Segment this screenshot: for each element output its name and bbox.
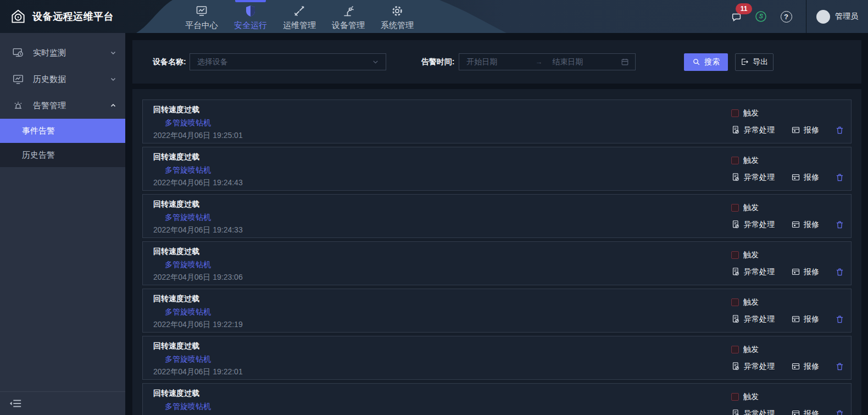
start-date-input[interactable]: 开始日期 — [459, 57, 535, 67]
trigger-label: 触发 — [743, 108, 759, 118]
app-root: 设备远程运维平台 平台中心 — [0, 0, 868, 415]
delete-button[interactable] — [835, 409, 844, 415]
sidebar-item-event-alarm[interactable]: 事件告警 — [0, 119, 125, 143]
trigger-label: 触发 — [743, 250, 759, 260]
alarm-time: 2022年04月06日 19:24:33 — [153, 225, 243, 235]
export-button[interactable]: 导出 — [735, 53, 774, 71]
delete-button[interactable] — [835, 314, 844, 324]
handle-exception-button[interactable]: 异常处理 — [731, 220, 775, 230]
trash-icon — [835, 173, 844, 182]
device-name-label: 设备名称: — [153, 57, 186, 67]
header-right: 11 ? 管理员 — [729, 0, 868, 33]
nav-item-system[interactable]: 系统管理 — [380, 0, 414, 33]
alarm-device-link[interactable]: 多管旋喷钻机 — [165, 355, 243, 364]
nav-item-platform[interactable]: 平台中心 — [185, 0, 219, 33]
handle-exception-button[interactable]: 异常处理 — [731, 267, 775, 277]
trigger-checkbox[interactable] — [731, 204, 739, 212]
trigger-checkbox[interactable] — [731, 109, 739, 117]
avatar — [816, 10, 830, 24]
menu-fold-icon — [9, 398, 22, 409]
alarm-row: 回转速度过载 多管旋喷钻机 2022年04月06日 19:25:01 触发 异常… — [142, 99, 852, 143]
alarm-submenu: 事件告警 历史告警 — [0, 119, 125, 167]
nav-item-ops[interactable]: 运维管理 — [282, 0, 316, 33]
repair-label: 报修 — [804, 173, 819, 182]
sidebar-item-history-data[interactable]: 历史数据 — [0, 66, 125, 92]
repair-button[interactable]: 报修 — [791, 409, 819, 415]
gear-icon — [391, 4, 404, 18]
repair-button[interactable]: 报修 — [791, 314, 819, 324]
alarm-device-link[interactable]: 多管旋喷钻机 — [165, 118, 243, 128]
repair-card-icon — [791, 267, 800, 276]
notifications-button[interactable]: 11 — [729, 9, 744, 24]
alarm-title: 回转速度过载 — [153, 152, 243, 162]
handle-exception-button[interactable]: 异常处理 — [731, 362, 775, 372]
search-button[interactable]: 搜索 — [684, 53, 728, 71]
alarm-title: 回转速度过载 — [153, 105, 243, 114]
repair-label: 报修 — [804, 220, 819, 230]
repair-button[interactable]: 报修 — [791, 220, 819, 230]
repair-button[interactable]: 报修 — [791, 267, 819, 277]
user-menu[interactable]: 管理员 — [816, 10, 858, 24]
trash-icon — [835, 267, 844, 277]
alarm-row: 回转速度过载 多管旋喷钻机 2022年04月06日 19:22:19 触发 异常… — [142, 289, 852, 333]
delete-button[interactable] — [835, 125, 844, 135]
alarm-device-link[interactable]: 多管旋喷钻机 — [165, 213, 243, 222]
trigger-label: 触发 — [743, 345, 759, 355]
alarm-device-link[interactable]: 多管旋喷钻机 — [165, 165, 243, 175]
nav-item-safety[interactable]: 安全运行 — [233, 0, 268, 33]
platform-icon — [195, 4, 208, 18]
alarm-siren-icon — [12, 99, 24, 112]
handle-exception-button[interactable]: 异常处理 — [731, 173, 775, 182]
sidebar-item-history-alarm[interactable]: 历史告警 — [0, 143, 125, 167]
collapse-sidebar-button[interactable] — [9, 398, 22, 409]
trigger-checkbox[interactable] — [731, 251, 739, 259]
status-button[interactable] — [753, 9, 769, 24]
repair-button[interactable]: 报修 — [791, 125, 819, 135]
device-select[interactable]: 选择设备 — [190, 53, 386, 70]
sidebar: 实时监测 历史数据 — [0, 33, 125, 415]
repair-button[interactable]: 报修 — [791, 173, 819, 182]
main-content: 设备名称: 选择设备 告警时间: 开始日期 → 结束日期 — [125, 33, 868, 415]
trigger-label: 触发 — [743, 392, 759, 402]
chevron-up-icon — [110, 102, 116, 109]
chevron-down-icon — [110, 49, 116, 56]
alarm-row: 回转速度过载 多管旋喷钻机 2022年04月06日 19:24:33 触发 异常… — [142, 194, 852, 238]
delete-button[interactable] — [835, 220, 844, 230]
repair-label: 报修 — [804, 125, 819, 135]
document-check-icon — [731, 314, 741, 324]
delete-button[interactable] — [835, 267, 844, 277]
trigger-checkbox[interactable] — [731, 393, 739, 401]
sidebar-item-realtime[interactable]: 实时监测 — [0, 40, 125, 66]
search-icon — [692, 58, 700, 66]
alarm-device-link[interactable]: 多管旋喷钻机 — [165, 402, 211, 411]
help-button[interactable]: ? — [778, 9, 794, 24]
trigger-checkbox[interactable] — [731, 157, 739, 164]
trash-icon — [835, 220, 844, 230]
trigger-label: 触发 — [743, 203, 759, 213]
alarm-time: 2022年04月06日 19:22:19 — [153, 320, 243, 329]
calendar-icon — [621, 58, 635, 66]
trigger-checkbox[interactable] — [731, 298, 739, 306]
handle-exception-button[interactable]: 异常处理 — [731, 314, 775, 324]
alarm-device-link[interactable]: 多管旋喷钻机 — [165, 307, 243, 317]
alarm-device-link[interactable]: 多管旋喷钻机 — [165, 260, 243, 269]
end-date-input[interactable]: 结束日期 — [542, 57, 621, 67]
logo-icon — [10, 8, 26, 25]
trigger-checkbox[interactable] — [731, 346, 739, 353]
nav-item-devices[interactable]: 设备管理 — [331, 0, 365, 33]
repair-card-icon — [791, 220, 800, 229]
delete-button[interactable] — [835, 362, 844, 372]
repair-label: 报修 — [804, 267, 819, 277]
delete-button[interactable] — [835, 173, 844, 182]
handle-exception-button[interactable]: 异常处理 — [731, 409, 775, 415]
sidebar-item-alarm-mgmt[interactable]: 告警管理 — [0, 92, 125, 119]
trash-icon — [835, 362, 844, 372]
chevron-down-icon — [372, 58, 379, 65]
alarm-time: 2022年04月06日 19:22:01 — [153, 367, 243, 377]
alarm-time: 2022年04月06日 19:25:01 — [153, 131, 243, 140]
handle-exception-button[interactable]: 异常处理 — [731, 125, 775, 135]
date-range-picker[interactable]: 开始日期 → 结束日期 — [459, 53, 636, 70]
document-check-icon — [731, 173, 741, 182]
repair-button[interactable]: 报修 — [791, 362, 819, 372]
repair-card-icon — [791, 125, 800, 135]
